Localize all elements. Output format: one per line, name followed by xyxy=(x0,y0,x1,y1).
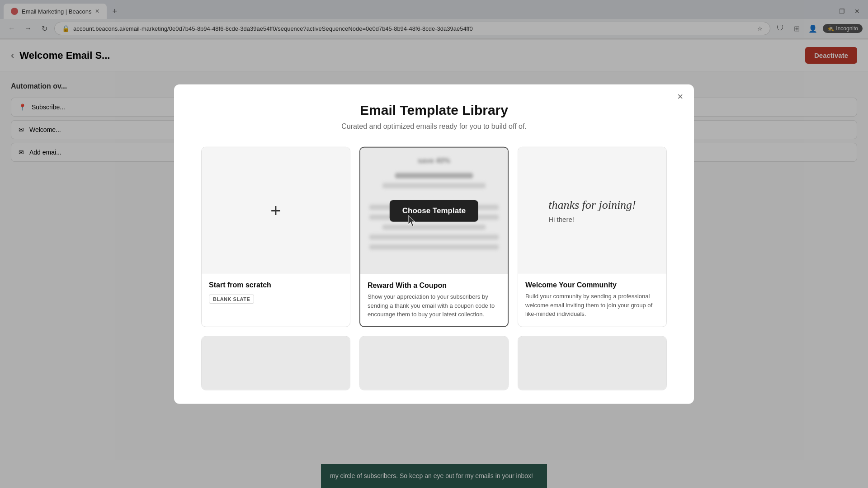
template-card-row2-2[interactable] xyxy=(359,336,509,390)
choose-template-button[interactable]: Choose Template xyxy=(390,200,478,222)
template-desc-coupon: Show your appreciation to your subscribe… xyxy=(368,292,500,319)
template-grid-row1: + Start from scratch BLANK SLATE save 40… xyxy=(201,147,667,327)
template-preview-row2-3 xyxy=(518,336,666,390)
preview-line-1 xyxy=(395,173,473,178)
cursor-indicator xyxy=(408,216,417,225)
template-card-row2-3[interactable] xyxy=(518,336,667,390)
template-card-blank[interactable]: + Start from scratch BLANK SLATE xyxy=(201,147,350,327)
template-preview-row2-2 xyxy=(360,336,508,390)
welcome-preview-content: thanks for joining! Hi there! xyxy=(539,189,645,232)
preview-line-6 xyxy=(369,235,499,240)
email-template-modal: × Email Template Library Curated and opt… xyxy=(174,84,694,404)
template-desc-welcome: Build your community by sending a profes… xyxy=(525,292,659,319)
modal-header: Email Template Library Curated and optim… xyxy=(174,84,694,138)
template-grid-row2 xyxy=(201,336,667,390)
template-preview-coupon: save 40% Choose Template xyxy=(360,148,508,274)
template-preview-welcome: thanks for joining! Hi there! xyxy=(518,147,666,274)
preview-heading-coupon: save 40% xyxy=(418,157,450,165)
template-preview-blank: + xyxy=(202,147,350,274)
template-info-welcome: Welcome Your Community Build your commun… xyxy=(518,274,666,326)
modal-body: + Start from scratch BLANK SLATE save 40… xyxy=(174,138,694,404)
template-preview-row2-1 xyxy=(202,336,350,390)
template-card-welcome-community[interactable]: thanks for joining! Hi there! Welcome Yo… xyxy=(518,147,667,327)
handwriting-text: thanks for joining! xyxy=(548,198,636,211)
template-info-coupon: Reward With a Coupon Show your appreciat… xyxy=(360,274,508,326)
template-name-coupon: Reward With a Coupon xyxy=(368,282,500,290)
modal-title: Email Template Library xyxy=(201,103,667,118)
blank-tag: BLANK SLATE xyxy=(209,295,254,304)
preview-line-7 xyxy=(369,244,499,250)
template-name-welcome: Welcome Your Community xyxy=(525,281,659,289)
template-card-row2-1[interactable] xyxy=(201,336,350,390)
modal-subtitle: Curated and optimized emails ready for y… xyxy=(201,122,667,131)
template-name-blank: Start from scratch xyxy=(209,281,343,289)
preview-line-5 xyxy=(382,225,486,230)
preview-line-2 xyxy=(382,183,486,188)
template-card-coupon[interactable]: save 40% Choose Template xyxy=(359,147,509,327)
modal-close-button[interactable]: × xyxy=(677,92,683,102)
welcome-body-text: Hi there! xyxy=(548,215,574,223)
template-info-blank: Start from scratch BLANK SLATE xyxy=(202,274,350,311)
plus-icon: + xyxy=(270,200,281,221)
